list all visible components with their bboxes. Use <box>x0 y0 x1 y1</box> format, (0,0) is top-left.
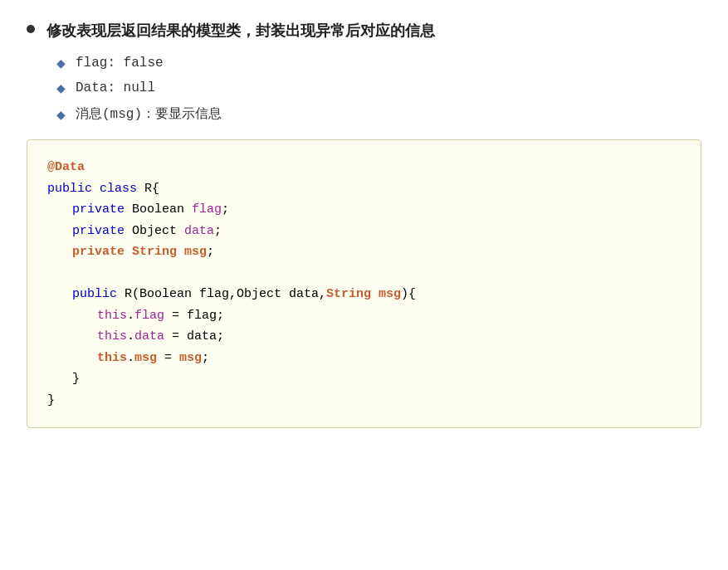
sub-bullets-list: ◆ flag: false ◆ Data: null ◆ 消息(msg)：要显示… <box>56 56 701 123</box>
sub-bullet-flag-text: flag: false <box>76 56 164 71</box>
sub-bullet-data-text: Data: null <box>76 80 155 95</box>
code-line-5: private String msg; <box>47 241 681 263</box>
code-line-4: private Object data; <box>47 221 681 242</box>
diamond-icon-1: ◆ <box>56 56 66 70</box>
code-line-8: this.flag = flag; <box>47 305 681 327</box>
code-line-7: public R(Boolean flag,Object data,String… <box>47 284 681 305</box>
sub-bullet-data: ◆ Data: null <box>56 80 701 95</box>
code-line-3: private Boolean flag; <box>47 199 681 221</box>
diamond-icon-2: ◆ <box>56 81 66 95</box>
code-line-2: public class R{ <box>47 178 681 200</box>
code-line-12: } <box>47 390 681 412</box>
sub-bullet-msg-text: 消息(msg)：要显示信息 <box>76 105 222 123</box>
code-line-10: this.msg = msg; <box>47 348 681 369</box>
code-block: @Data public class R{ private Boolean fl… <box>27 139 701 428</box>
bullet-dot <box>27 25 35 33</box>
main-section: 修改表现层返回结果的模型类，封装出现异常后对应的信息 ◆ flag: false… <box>27 20 701 123</box>
code-line-11: } <box>47 368 681 390</box>
sub-bullet-msg: ◆ 消息(msg)：要显示信息 <box>56 105 701 123</box>
main-bullet: 修改表现层返回结果的模型类，封装出现异常后对应的信息 <box>27 20 701 42</box>
code-line-9: this.data = data; <box>47 326 681 348</box>
diamond-icon-3: ◆ <box>56 108 66 121</box>
main-bullet-text: 修改表现层返回结果的模型类，封装出现异常后对应的信息 <box>46 20 435 42</box>
code-line-1: @Data <box>47 157 681 178</box>
sub-bullet-flag: ◆ flag: false <box>56 56 701 71</box>
code-line-6 <box>47 263 681 285</box>
